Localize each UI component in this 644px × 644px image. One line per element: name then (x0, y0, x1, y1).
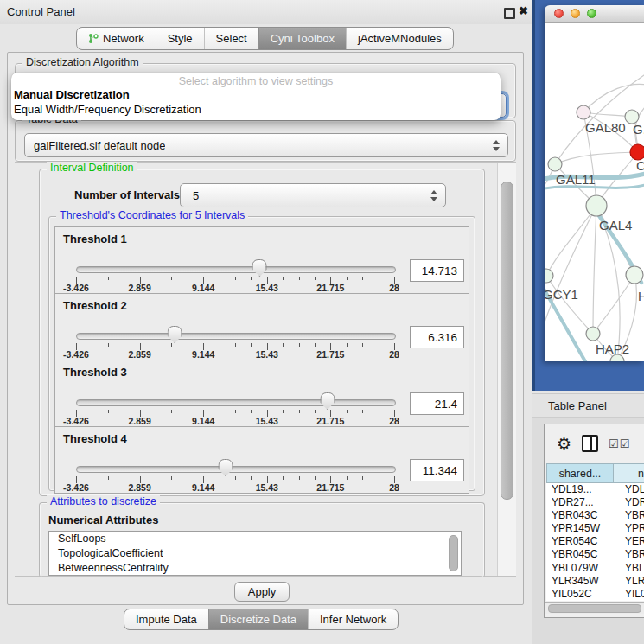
zoom-traffic-light-icon[interactable] (587, 9, 596, 18)
table-row[interactable]: YBR043CYBR0 (546, 509, 644, 522)
threshold-slider[interactable]: -3.4262.8599.14415.4321.71528 (76, 294, 394, 360)
tick-mark (299, 277, 300, 280)
slider-track[interactable] (76, 466, 396, 473)
float-window-icon[interactable] (504, 8, 515, 19)
vertical-scrollbar[interactable] (497, 163, 516, 576)
threshold-panel: Threshold 3-3.4262.8599.14415.4321.71528… (54, 360, 469, 427)
table-data-combobox[interactable]: galFiltered.sif default node (24, 133, 508, 157)
tick-label: 9.144 (192, 416, 214, 426)
network-node-label: C (636, 158, 644, 173)
horizontal-scrollbar[interactable] (545, 602, 644, 614)
network-node[interactable] (626, 266, 643, 284)
tab-select[interactable]: Select (204, 28, 258, 49)
numerical-attributes-list[interactable]: SelfLoopsTopologicalCoefficientBetweenne… (48, 531, 462, 576)
control-panel-body: Discretization Algorithm Select algorith… (7, 52, 524, 605)
close-icon[interactable]: ✖ (519, 4, 528, 17)
table-cell-shared-name: YBR045C (546, 548, 619, 561)
threshold-value-field[interactable]: 6.316 (410, 326, 464, 348)
table-cell-name: YBR0 (619, 548, 644, 561)
slider-thumb[interactable] (320, 392, 335, 410)
table-row[interactable]: YDL19...YDL1 (546, 483, 644, 496)
tab-impute-data[interactable]: Impute Data (124, 609, 208, 629)
slider-tick-labels: -3.4262.8599.14415.4321.71528 (76, 416, 394, 426)
threshold-value-field[interactable]: 11.344 (410, 459, 464, 481)
apply-button[interactable]: Apply (234, 582, 290, 602)
table-cell-name: YLR3 (619, 575, 644, 588)
slider-thumb[interactable] (252, 259, 267, 277)
tick-mark (315, 476, 316, 480)
tick-mark (124, 277, 124, 280)
table-row[interactable]: YBR045CYBR0 (546, 548, 644, 561)
tick-mark (188, 476, 188, 480)
checkbox-icons[interactable]: ☑☑ (609, 437, 630, 450)
tab-label: Select (216, 32, 247, 45)
threshold-slider[interactable]: -3.4262.8599.14415.4321.71528 (76, 227, 394, 293)
attributes-group-title: Attributes to discretize (47, 495, 160, 507)
algorithm-dropdown-popup: Select algorithm to view settings Manual… (11, 73, 501, 120)
table-row[interactable]: YLR345WYLR3 (546, 575, 644, 588)
tick-mark (156, 343, 156, 347)
attribute-list-item[interactable]: TopologicalCoefficient (49, 546, 461, 561)
tick-mark (347, 410, 348, 413)
column-header-shared[interactable]: shared... (546, 463, 614, 483)
network-canvas[interactable]: GAL80G.CGAL11GAL4GCY1HHAP2 (545, 23, 644, 361)
network-window-titlebar (545, 5, 644, 23)
tick-label: 21.715 (316, 283, 344, 293)
table-row[interactable]: YIL052CYIL0 (546, 588, 644, 601)
list-scrollbar-thumb[interactable] (449, 535, 458, 571)
column-selector-icon[interactable] (582, 435, 598, 452)
table-cell-shared-name: YER054C (546, 535, 619, 548)
tick-mark (92, 476, 92, 480)
node-table: ⚙ ☑☑ shared... n YDL19...YDL1YDR27...YDR… (544, 424, 644, 618)
table-row[interactable]: YPR145WYPR1 (546, 522, 644, 535)
tab-jactivemnodules[interactable]: jActiveMNodules (346, 28, 453, 49)
tick-label: 2.859 (128, 416, 150, 426)
tab-infer-network[interactable]: Infer Network (308, 609, 398, 629)
tick-label: 28 (389, 283, 399, 293)
attribute-list-item[interactable]: SelfLoops (49, 532, 461, 546)
tick-label: 2.859 (128, 283, 150, 293)
network-node[interactable] (548, 157, 562, 171)
algorithm-option[interactable]: Equal Width/Frequency Discretization (14, 103, 201, 116)
threshold-slider[interactable]: -3.4262.8599.14415.4321.71528 (76, 427, 394, 493)
close-traffic-light-icon[interactable] (554, 9, 564, 18)
horizontal-scrollbar-thumb[interactable] (548, 604, 641, 613)
tick-mark (171, 410, 172, 413)
network-node[interactable] (577, 105, 590, 119)
threshold-value-field[interactable]: 21.4 (410, 392, 464, 415)
slider-track[interactable] (76, 333, 396, 340)
slider-thumb[interactable] (218, 459, 233, 476)
slider-track[interactable] (76, 266, 396, 273)
network-node[interactable] (545, 269, 553, 283)
slider-track[interactable] (76, 399, 396, 406)
table-data-combobox-value: galFiltered.sif default node (25, 139, 165, 152)
column-header-name[interactable]: n (614, 463, 644, 483)
control-panel-tabbar: NetworkStyleSelectCyni ToolboxjActiveMNo… (76, 27, 454, 50)
tab-discretize-data[interactable]: Discretize Data (208, 609, 308, 629)
table-row[interactable]: YDR27...YDR2 (546, 496, 644, 509)
network-node[interactable] (586, 195, 607, 216)
discretization-algorithm-group-title: Discretization Algorithm (22, 56, 143, 68)
tick-mark (315, 277, 316, 280)
tick-label: 9.144 (192, 283, 214, 293)
tab-label: Network (103, 32, 144, 45)
network-node[interactable] (586, 327, 600, 341)
slider-thumb[interactable] (168, 326, 182, 343)
minimize-traffic-light-icon[interactable] (571, 9, 580, 18)
tab-network[interactable]: Network (77, 28, 156, 49)
attribute-list-item[interactable]: BetweennessCentrality (49, 561, 461, 576)
tick-mark (315, 343, 316, 347)
threshold-value-field[interactable]: 14.713 (410, 259, 464, 282)
algorithm-option[interactable]: Manual Discretization (14, 88, 130, 101)
gear-icon[interactable]: ⚙ (557, 436, 571, 452)
tick-label: 15.43 (256, 482, 278, 493)
number-of-intervals-combobox[interactable]: 5 (180, 183, 446, 207)
tab-cyni-toolbox[interactable]: Cyni Toolbox (258, 28, 346, 49)
tab-style[interactable]: Style (156, 28, 204, 49)
table-cell-name: YPR1 (619, 522, 644, 535)
threshold-slider[interactable]: -3.4262.8599.14415.4321.71528 (76, 360, 394, 426)
vertical-scrollbar-thumb[interactable] (501, 182, 513, 500)
tick-mark (188, 277, 188, 280)
table-row[interactable]: YBL079WYBL0 (546, 562, 644, 575)
table-row[interactable]: YER054CYER0 (546, 535, 644, 548)
